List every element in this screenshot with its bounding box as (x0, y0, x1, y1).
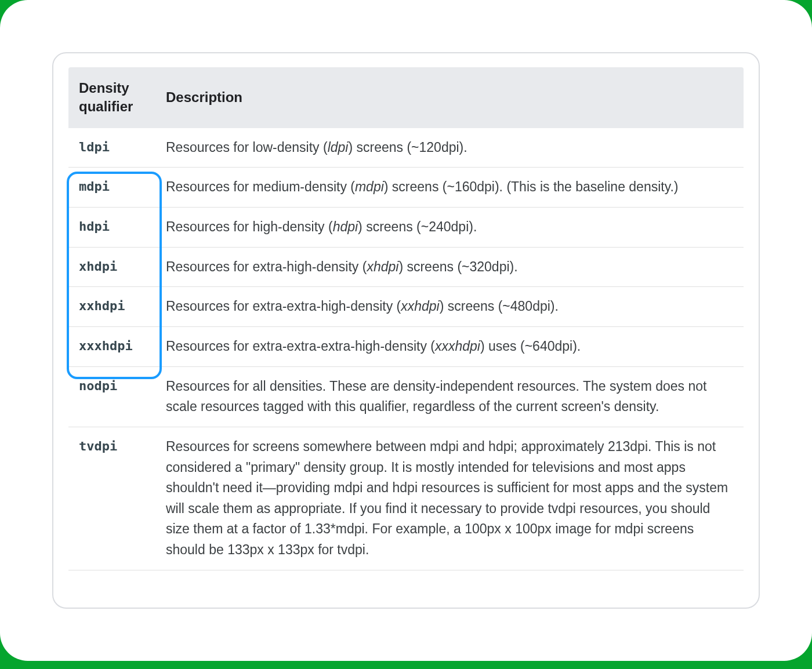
desc-italic: xxxhdpi (435, 339, 480, 354)
desc-pre: Resources for extra-extra-extra-high-den… (166, 339, 435, 354)
qualifier-cell: hdpi (68, 208, 155, 248)
desc-italic: mdpi (355, 179, 384, 194)
description-cell: Resources for extra-extra-extra-high-den… (155, 326, 744, 366)
outer-card: Density qualifier Description ldpiResour… (0, 0, 812, 661)
qualifier-cell: mdpi (68, 168, 155, 208)
desc-post: ) screens (~480dpi). (440, 299, 559, 314)
desc-pre: Resources for low-density ( (166, 140, 328, 155)
table-row: ldpiResources for low-density (ldpi) scr… (68, 128, 744, 168)
desc-post: ) screens (~160dpi). (This is the baseli… (384, 179, 679, 194)
qualifier-cell: tvdpi (68, 427, 155, 570)
description-cell: Resources for extra-high-density (xhdpi)… (155, 247, 744, 287)
desc-pre: Resources for extra-high-density ( (166, 259, 367, 274)
qualifier-cell: nodpi (68, 366, 155, 427)
qualifier-cell: ldpi (68, 128, 155, 168)
qualifier-cell: xxxhdpi (68, 326, 155, 366)
description-cell: Resources for extra-extra-high-density (… (155, 287, 744, 327)
table-header-row: Density qualifier Description (68, 67, 744, 128)
table-row: hdpiResources for high-density (hdpi) sc… (68, 208, 744, 248)
description-cell: Resources for high-density (hdpi) screen… (155, 208, 744, 248)
density-table: Density qualifier Description ldpiResour… (68, 67, 744, 570)
qualifier-cell: xxhdpi (68, 287, 155, 327)
description-cell: Resources for all densities. These are d… (155, 366, 744, 427)
desc-italic: xhdpi (367, 259, 398, 274)
desc-post: ) screens (~320dpi). (398, 259, 517, 274)
table-panel: Density qualifier Description ldpiResour… (52, 52, 760, 609)
description-cell: Resources for low-density (ldpi) screens… (155, 128, 744, 168)
table-row: mdpiResources for medium-density (mdpi) … (68, 168, 744, 208)
description-cell: Resources for medium-density (mdpi) scre… (155, 168, 744, 208)
description-cell: Resources for screens somewhere between … (155, 427, 744, 570)
table-row: xxxhdpiResources for extra-extra-extra-h… (68, 326, 744, 366)
desc-post: ) screens (~120dpi). (348, 140, 467, 155)
desc-italic: hdpi (333, 219, 358, 234)
qualifier-cell: xhdpi (68, 247, 155, 287)
header-description: Description (155, 67, 744, 128)
desc-post: ) uses (~640dpi). (480, 339, 581, 354)
desc-pre: Resources for screens somewhere between … (166, 439, 728, 557)
desc-pre: Resources for high-density ( (166, 219, 333, 234)
desc-post: ) screens (~240dpi). (358, 219, 477, 234)
desc-pre: Resources for all densities. These are d… (166, 379, 706, 415)
table-row: xxhdpiResources for extra-extra-high-den… (68, 287, 744, 327)
table-row: tvdpiResources for screens somewhere bet… (68, 427, 744, 570)
desc-italic: ldpi (328, 140, 349, 155)
header-qualifier: Density qualifier (68, 67, 155, 128)
desc-italic: xxhdpi (401, 299, 439, 314)
table-row: nodpiResources for all densities. These … (68, 366, 744, 427)
table-row: xhdpiResources for extra-high-density (x… (68, 247, 744, 287)
desc-pre: Resources for extra-extra-high-density ( (166, 299, 401, 314)
desc-pre: Resources for medium-density ( (166, 179, 355, 194)
